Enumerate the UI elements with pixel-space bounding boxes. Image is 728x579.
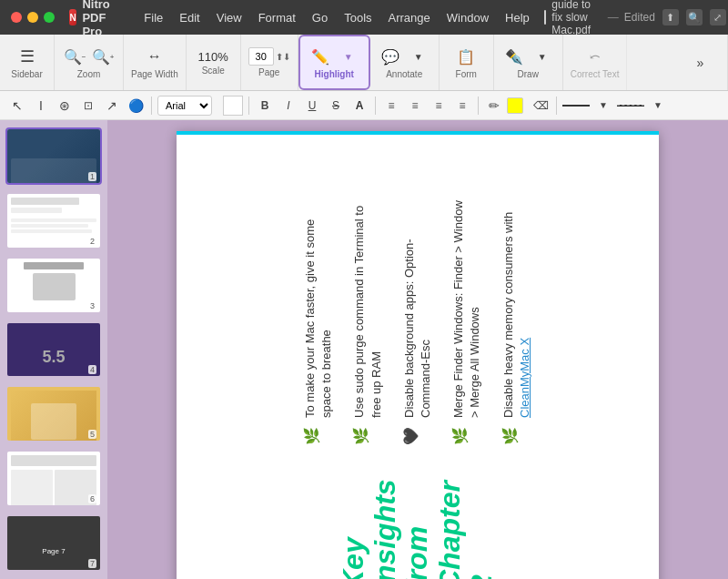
annotate-icon[interactable]: 💬 xyxy=(378,46,403,67)
menu-go[interactable]: Go xyxy=(305,9,335,26)
lasso-icon[interactable]: ⊛ xyxy=(55,96,75,116)
line-tool-group: ▼ ▼ xyxy=(562,96,668,116)
zoom-controls: 🔍− 🔍+ xyxy=(62,46,116,67)
font-size-input[interactable] xyxy=(223,96,243,116)
underline-button[interactable]: U xyxy=(302,96,322,116)
rotated-content: Key insights from Chapter 2 🌿 To make yo… xyxy=(177,154,659,579)
share-icon[interactable]: ⬆ xyxy=(662,9,679,25)
line-dropdown-icon[interactable]: ▼ xyxy=(593,96,613,116)
maximize-button[interactable] xyxy=(44,12,55,23)
thumb-image-4: 5.5 xyxy=(7,323,100,379)
thumb-num-4: 4 xyxy=(88,365,96,374)
line-style-dropdown-icon[interactable]: ▼ xyxy=(648,96,668,116)
align-right-icon[interactable]: ≡ xyxy=(429,96,449,116)
menu-edit[interactable]: Edit xyxy=(172,9,207,26)
bold-button[interactable]: B xyxy=(255,96,275,116)
menu-format[interactable]: Format xyxy=(251,9,303,26)
text-select-icon[interactable]: I xyxy=(31,96,51,116)
thumbnail-1[interactable]: 1 xyxy=(5,127,102,185)
chapter-line1: Key insights xyxy=(337,479,401,579)
toolbar-draw[interactable]: ✒️ ▼ Draw xyxy=(494,35,563,90)
chapter-line2: from Chapter 2 xyxy=(400,481,497,579)
crop-icon[interactable]: ⊡ xyxy=(78,96,98,116)
align-center-icon[interactable]: ≡ xyxy=(405,96,425,116)
draw-dropdown-icon[interactable]: ▼ xyxy=(530,46,555,67)
zoom-out-icon[interactable]: 🔍− xyxy=(62,46,87,67)
form-icon[interactable]: 📋 xyxy=(453,46,479,67)
main-area: 1 2 3 xyxy=(0,120,728,579)
draw-icon[interactable]: ✒️ xyxy=(501,46,527,67)
bullet-text-4: Merge Finder Windows: Finder > Window > … xyxy=(450,199,483,418)
toolbar-annotate[interactable]: 💬 ▼ Annotate xyxy=(370,35,440,90)
bullet-text-2: Use sudo purge command in Terminal to fr… xyxy=(351,199,384,418)
thumbnail-7[interactable]: Page 7 7 xyxy=(5,514,102,572)
app-icon-area: N Nitro PDF Pro xyxy=(69,0,118,38)
toolbar-page: ⬆⬇ Page xyxy=(241,35,298,90)
thumbnail-3[interactable]: 3 xyxy=(5,257,102,314)
fullscreen-icon[interactable]: ⤢ xyxy=(710,9,726,25)
font-family-select[interactable]: Arial xyxy=(157,96,212,116)
thumb-num-7: 7 xyxy=(88,559,96,568)
traffic-lights xyxy=(11,12,55,23)
toolbar-more[interactable]: » xyxy=(673,35,728,90)
sidebar-label: Sidebar xyxy=(11,69,42,79)
highlight-color-swatch[interactable] xyxy=(507,97,523,114)
highlight-label: Highlight xyxy=(315,69,354,79)
bullet-icon-4: 🌿 xyxy=(450,427,470,445)
menu-tools[interactable]: Tools xyxy=(337,9,379,26)
menu-file[interactable]: File xyxy=(136,9,170,26)
app-name: Nitro PDF Pro xyxy=(82,0,118,38)
page-width-label: Page Width xyxy=(131,69,178,79)
toolbar-page-width[interactable]: ↔ Page Width xyxy=(124,35,187,90)
highlight-pen-icon[interactable]: ✏️ xyxy=(308,46,333,67)
toolbar-correct-text[interactable]: ⤺ Correct Text xyxy=(563,35,628,90)
thumbnail-5[interactable]: 5 xyxy=(5,385,102,442)
correct-text-icon[interactable]: ⤺ xyxy=(582,46,608,67)
bullet-icon-5: 🌿 xyxy=(500,427,521,445)
bullet-item-4: 🌿 Merge Finder Windows: Finder > Window … xyxy=(450,199,483,445)
thumb-num-3: 3 xyxy=(88,301,96,310)
highlight-dropdown-icon[interactable]: ▼ xyxy=(336,46,361,67)
cursor-tool-icon[interactable]: ↖ xyxy=(7,96,27,116)
strikethrough-button[interactable]: S xyxy=(326,96,346,116)
align-justify-icon[interactable]: ≡ xyxy=(452,96,472,116)
page-width-icon[interactable]: ↔ xyxy=(142,46,167,67)
eraser-icon[interactable]: ⌫ xyxy=(531,96,551,116)
minimize-button[interactable] xyxy=(27,12,38,23)
separator-2 xyxy=(248,96,249,115)
toolbar-sidebar[interactable]: ☰ Sidebar xyxy=(0,35,55,90)
close-button[interactable] xyxy=(11,12,22,23)
separator-1 xyxy=(151,96,152,115)
page-arrows: ⬆⬇ xyxy=(276,52,290,62)
annotate-dropdown-icon[interactable]: ▼ xyxy=(406,46,431,67)
toolbar-form[interactable]: 📋 Form xyxy=(440,35,494,90)
menu-window[interactable]: Window xyxy=(440,9,496,26)
thumbnail-4[interactable]: 5.5 4 xyxy=(5,321,102,379)
draw-label: Draw xyxy=(518,69,539,79)
pointer-icon[interactable]: ↗ xyxy=(102,96,122,116)
cleanmymac-link[interactable]: CleanMyMac X xyxy=(518,338,531,418)
sidebar-toggle-icon[interactable]: ☰ xyxy=(15,46,40,67)
thumb-image-3 xyxy=(7,259,100,314)
more-icon[interactable]: » xyxy=(688,52,713,74)
app-logo: N xyxy=(69,9,76,25)
thumb-image-5 xyxy=(7,387,100,442)
zoom-in-icon[interactable]: 🔍+ xyxy=(90,46,116,67)
toolbar-highlight[interactable]: ✏️ ▼ Highlight xyxy=(298,35,370,90)
search-titlebar-icon[interactable]: 🔍 xyxy=(686,9,703,25)
bullet-item-3: 🖤 Disable background apps: Option-Comman… xyxy=(401,199,434,445)
thumb-num-6: 6 xyxy=(88,494,96,503)
italic-button[interactable]: I xyxy=(278,96,298,116)
toolbar-zoom[interactable]: 🔍− 🔍+ Zoom xyxy=(55,35,124,90)
thumbnail-2[interactable]: 2 xyxy=(5,192,102,249)
stamp-icon[interactable]: 🔵 xyxy=(126,96,146,116)
font-color-button[interactable]: A xyxy=(349,96,369,116)
menu-view[interactable]: View xyxy=(209,9,249,26)
thumbnail-6[interactable]: 6 xyxy=(5,450,102,507)
menu-help[interactable]: Help xyxy=(498,9,537,26)
scale-value[interactable]: 110% xyxy=(198,50,228,64)
align-left-icon[interactable]: ≡ xyxy=(381,96,401,116)
highlight-color-icon[interactable]: ✏ xyxy=(484,96,504,116)
menu-arrange[interactable]: Arrange xyxy=(381,9,438,26)
page-number-input[interactable] xyxy=(248,47,274,66)
